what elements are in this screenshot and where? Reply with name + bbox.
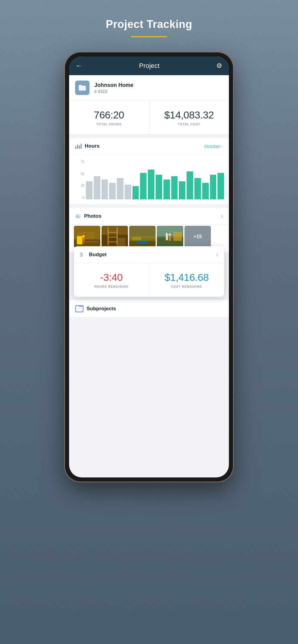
chart-bar-14 xyxy=(194,178,201,200)
photo-thumb-4[interactable] xyxy=(157,226,183,247)
hours-section-header: Hours October › xyxy=(69,138,229,154)
stats-row: 766:20 TOTAL HOURS $14,083.32 TOTAL COST xyxy=(69,101,229,135)
chart-bar-2 xyxy=(102,179,108,199)
budget-stats: -3:40 HOURS REMAINING $1,416.68 COST REM… xyxy=(74,263,224,297)
photos-chevron-icon[interactable]: › xyxy=(221,213,223,219)
image-icon xyxy=(75,213,81,219)
hours-month-label: October xyxy=(204,144,220,149)
chart-bar-15 xyxy=(202,183,209,199)
hours-remaining-card: -3:40 HOURS REMAINING xyxy=(74,263,149,297)
subprojects-section: Subprojects xyxy=(69,300,229,317)
svg-rect-28 xyxy=(169,235,171,241)
y-label-50: 50 xyxy=(74,172,84,176)
chart-bar-6 xyxy=(132,186,139,199)
svg-rect-12 xyxy=(117,227,118,245)
chart-bar-10 xyxy=(163,179,170,199)
phone-frame: ← Project ⚙ Johnson Home # 4323 xyxy=(65,52,233,482)
photo-thumb-1[interactable] xyxy=(74,226,100,247)
y-label-25: 25 xyxy=(74,184,84,187)
settings-icon[interactable]: ⚙ xyxy=(216,62,222,70)
budget-chevron-icon[interactable]: › xyxy=(216,251,218,258)
budget-section-header: $ Budget › xyxy=(74,246,224,263)
photos-title-row: Photos xyxy=(75,213,102,219)
photo-more-button[interactable]: +15 xyxy=(184,226,211,247)
cost-remaining-card: $1,416.68 COST REMAINING xyxy=(149,263,224,297)
project-details: Johnson Home # 4323 xyxy=(94,82,133,94)
chart-area: 75 50 25 0 xyxy=(74,160,224,199)
screen-title: Project xyxy=(139,62,160,70)
svg-point-1 xyxy=(77,215,78,216)
hours-remaining-value: -3:40 xyxy=(80,271,143,283)
hours-remaining-label: HOURS REMAINING xyxy=(80,285,143,288)
chart-bar-3 xyxy=(109,183,116,199)
project-folder-icon xyxy=(75,81,90,95)
photo-more-count: +15 xyxy=(193,234,202,239)
svg-rect-11 xyxy=(108,227,109,245)
photo-thumb-3[interactable] xyxy=(129,226,156,247)
total-hours-card: 766:20 TOTAL HOURS xyxy=(69,101,149,134)
cost-remaining-value: $1,416.68 xyxy=(155,271,218,283)
photos-title: Photos xyxy=(84,213,102,219)
chart-bar-16 xyxy=(210,175,217,200)
back-button[interactable]: ← xyxy=(76,62,82,70)
page-title: Project Tracking xyxy=(106,18,192,31)
photos-section: Photos › xyxy=(69,208,229,252)
svg-rect-14 xyxy=(108,237,118,238)
total-cost-label: TOTAL COST xyxy=(155,123,223,126)
hours-month-button[interactable]: October › xyxy=(204,144,223,149)
total-hours-label: TOTAL HOURS xyxy=(75,123,143,126)
project-info-row: Johnson Home # 4323 xyxy=(69,75,229,101)
budget-card: $ Budget › -3:40 HOURS REMAINING $1,416.… xyxy=(74,246,224,297)
budget-title: Budget xyxy=(89,252,107,258)
chart-bar-11 xyxy=(171,176,178,199)
app-bar: ← Project ⚙ xyxy=(69,57,229,75)
chart-bar-17 xyxy=(217,173,224,199)
title-underline xyxy=(131,36,167,37)
chart-bar-5 xyxy=(125,185,131,200)
project-number: # 4323 xyxy=(94,89,133,94)
svg-point-6 xyxy=(82,235,85,238)
y-label-75: 75 xyxy=(74,160,84,164)
y-label-0: 0 xyxy=(74,196,84,199)
svg-rect-22 xyxy=(136,241,148,244)
svg-rect-26 xyxy=(166,235,168,240)
total-hours-value: 766:20 xyxy=(75,109,143,121)
svg-rect-15 xyxy=(108,241,118,242)
hours-section: Hours October › 75 50 25 0 xyxy=(69,138,229,204)
subprojects-folder-icon xyxy=(75,305,84,312)
phone-screen: ← Project ⚙ Johnson Home # 4323 xyxy=(69,57,229,477)
subprojects-title-row: Subprojects xyxy=(75,305,116,312)
hours-chevron-icon: › xyxy=(221,144,223,149)
chart-bar-12 xyxy=(179,181,185,200)
chart-bar-0 xyxy=(86,181,93,200)
svg-rect-0 xyxy=(76,214,81,218)
chart-bar-13 xyxy=(187,171,193,200)
budget-title-row: $ Budget xyxy=(80,252,107,258)
total-cost-card: $14,083.32 TOTAL COST xyxy=(149,101,229,134)
hours-title-row: Hours xyxy=(75,143,99,149)
hours-title: Hours xyxy=(85,143,99,149)
chart-bar-8 xyxy=(148,170,154,199)
svg-point-29 xyxy=(169,234,171,236)
svg-rect-20 xyxy=(132,237,141,240)
chart-y-labels: 75 50 25 0 xyxy=(74,160,84,199)
project-name: Johnson Home xyxy=(94,82,133,88)
svg-point-27 xyxy=(166,233,168,235)
svg-rect-13 xyxy=(108,232,118,233)
dollar-icon: $ xyxy=(80,252,86,258)
svg-rect-4 xyxy=(77,232,95,239)
subprojects-title: Subprojects xyxy=(87,306,116,312)
subprojects-header: Subprojects xyxy=(69,300,229,317)
photos-section-header: Photos › xyxy=(69,208,229,225)
svg-rect-8 xyxy=(75,241,99,242)
cost-remaining-label: COST REMAINING xyxy=(155,285,218,288)
chart-bar-1 xyxy=(94,176,100,199)
total-cost-value: $14,083.32 xyxy=(155,109,223,121)
chart-bar-9 xyxy=(156,175,162,200)
svg-rect-16 xyxy=(118,238,126,247)
chart-bar-4 xyxy=(117,178,123,200)
chart-bar-7 xyxy=(140,173,147,199)
photo-thumb-2[interactable] xyxy=(102,226,128,247)
hours-chart: 75 50 25 0 xyxy=(69,154,229,204)
svg-rect-30 xyxy=(173,232,182,241)
